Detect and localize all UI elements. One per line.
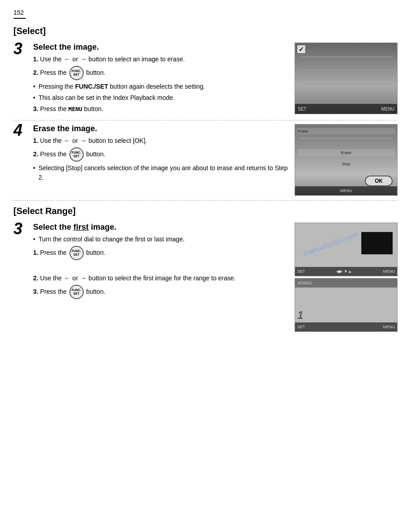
range-item3: 3. Press the FUNC.SET button. [33, 285, 290, 299]
step4-erase-number: 4 [13, 122, 30, 138]
ok-button-overlay: OK [365, 176, 393, 186]
range-image-bottom: 3/20012 SET MENU 1 [295, 278, 398, 332]
section-select-range: [Select Range] 3 Select the first image.… [13, 206, 398, 336]
step3-select-title: Select the image. [33, 43, 290, 52]
section-select: [Select] 3 Select the image. 1. Use the … [13, 26, 398, 201]
func-set-button2: FUNC.SET [69, 147, 84, 162]
checkmark-overlay: ✓ [297, 45, 306, 54]
step3-item3: 3. Press the MENU button. [33, 104, 290, 114]
step3-select: 3 Select the image. 1. Use the ← or → bu… [13, 39, 398, 120]
step3-item1: 1. Use the ← or → button to select an im… [33, 55, 290, 64]
range-item1: 1. Press the FUNC.SET button. [33, 246, 290, 260]
erase-bar: MENU [295, 186, 397, 195]
arrow-right-icon3: → [80, 274, 86, 283]
range-item2: 2. Use the ← or → button to select the f… [33, 274, 290, 283]
func-set-button: FUNC.SET [69, 66, 84, 80]
step3-bullet2: This also can be set in the Index Playba… [33, 93, 290, 103]
step3-bullet1: Pressing the FUNC./SET button again dese… [33, 82, 290, 91]
step4-erase-title: Erase the image. [33, 124, 290, 133]
section-range-header: [Select Range] [13, 206, 398, 216]
section-select-header: [Select] [13, 26, 398, 36]
step3-range-content: Select the first image. Turn the control… [33, 223, 295, 301]
range-bar-menu: MENU [383, 269, 395, 274]
step3-select-list: 1. Use the ← or → button to select an im… [33, 55, 290, 114]
range-bottom-menu: MENU [383, 325, 395, 329]
range-bullet1: Turn the control dial to change the firs… [33, 235, 290, 244]
page-number: 152 [13, 9, 26, 19]
step3-item2: 2. Press the FUNC.SET button. [33, 66, 290, 80]
step3-select-number: 3 [13, 41, 30, 57]
funcset-bold: FUNC./SET [75, 83, 108, 90]
step4-erase: 4 Erase the image. 1. Use the ← or → but… [13, 120, 398, 201]
step4-item2: 2. Press the FUNC.SET button. [33, 147, 290, 162]
step3-range-list: Turn the control dial to change the firs… [33, 235, 290, 299]
set-label: SET [298, 107, 306, 112]
range-bottom-set: SET [297, 325, 305, 329]
range-black-box [361, 232, 393, 254]
step3-select-image: ✓ SET MENU [295, 43, 398, 114]
step4-bullet1: Selecting [Stop] cancels selection of th… [33, 163, 290, 182]
menu-label-bar: MENU [381, 107, 394, 112]
arrow-left-icon: ← [64, 55, 70, 64]
arrow-left-icon2: ← [64, 136, 70, 146]
step4-item1: 1. Use the ← or → button to select [OK]. [33, 136, 290, 146]
range-bar-set: SET [297, 269, 305, 274]
step3-select-content: Select the image. 1. Use the ← or → butt… [33, 43, 295, 116]
step3-range-images: manualsrive.com SET ◀▶ ▼▲ MENU 3/20012 S… [295, 223, 398, 332]
range-watermark: manualsrive.com [302, 230, 360, 258]
func-set-button4: FUNC.SET [69, 285, 84, 299]
menu-label: MENU [68, 106, 82, 112]
range-bottom-label: 3/20012 [297, 281, 312, 285]
arrow-left-icon3: ← [64, 274, 70, 283]
range-bar-mid: ◀▶ ▼▲ [336, 269, 351, 274]
step3-range: 3 Select the first image. Turn the contr… [13, 219, 398, 336]
image-bottom-bar: SET MENU [295, 104, 397, 114]
step4-erase-list: 1. Use the ← or → button to select [OK].… [33, 136, 290, 182]
step4-erase-content: Erase the image. 1. Use the ← or → butto… [33, 124, 295, 184]
func-set-button3: FUNC.SET [69, 246, 84, 260]
step3-range-number: 3 [13, 221, 30, 237]
arrow-right-icon2: → [80, 136, 86, 146]
range-image-top: manualsrive.com SET ◀▶ ▼▲ MENU [295, 223, 398, 276]
step3-range-title: Select the first image. [33, 223, 290, 232]
arrow-right-icon: → [80, 55, 86, 64]
step4-erase-image: Erase Erase Stop OK MENU [295, 124, 398, 196]
